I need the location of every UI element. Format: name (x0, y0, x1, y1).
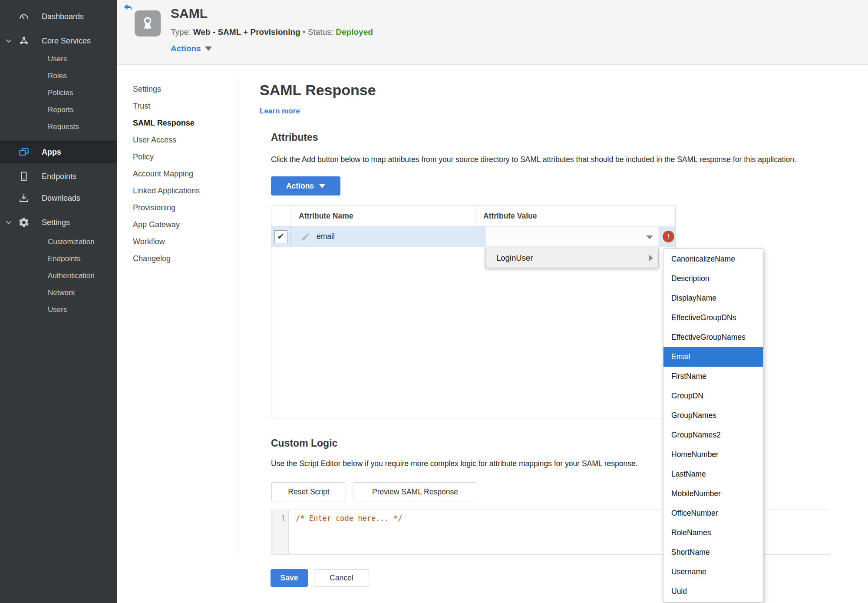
submenu-item-homenumber[interactable]: HomeNumber (663, 445, 763, 464)
sidebar-item-label: Downloads (42, 194, 80, 203)
saml-app-icon (135, 10, 161, 36)
sidebar-item-reports[interactable]: Reports (0, 101, 117, 118)
submenu-arrow-icon (649, 255, 653, 262)
sidebar-item-requests[interactable]: Requests (0, 118, 117, 135)
column-header-attribute-name: Attribute Name (291, 212, 475, 221)
row-checkbox-cell: ✔ (271, 226, 290, 247)
chevron-down-icon (205, 46, 212, 51)
submenu-item-effectivegroupnames[interactable]: EffectiveGroupNames (663, 328, 763, 347)
attribute-value-dropdown[interactable] (486, 226, 659, 247)
tab-account-mapping[interactable]: Account Mapping (133, 166, 200, 182)
sidebar-item-customization[interactable]: Customization (0, 233, 117, 250)
sidebar-item-core-services[interactable]: Core Services (0, 31, 117, 50)
submenu-item-officenumber[interactable]: OfficeNumber (663, 504, 763, 523)
sidebar: Dashboards Core Services Users Roles Pol… (0, 0, 117, 603)
check-icon: ✔ (277, 232, 284, 242)
tab-settings[interactable]: Settings (133, 81, 200, 98)
sidebar-item-downloads[interactable]: Downloads (0, 187, 117, 209)
checkbox-column-header (271, 206, 291, 226)
tab-linked-applications[interactable]: Linked Applications (133, 182, 200, 199)
tab-policy[interactable]: Policy (133, 149, 200, 166)
tab-changelog[interactable]: Changelog (133, 250, 200, 267)
column-header-attribute-value: Attribute Value (475, 206, 675, 226)
submenu-item-shortname[interactable]: ShortName (663, 543, 763, 562)
submenu-item-groupnames[interactable]: GroupNames (663, 406, 763, 425)
content-divider (238, 77, 238, 555)
reset-script-button[interactable]: Reset Script (271, 482, 346, 501)
dashboard-icon (18, 11, 30, 22)
chevron-down-icon (319, 184, 325, 188)
custom-logic-heading: Custom Logic (271, 437, 337, 449)
chevron-down-icon (646, 235, 653, 239)
header-actions-menu[interactable]: Actions (171, 44, 212, 53)
submenu-item-effectivegroupdns[interactable]: EffectiveGroupDNs (663, 308, 763, 328)
submenu-item-displayname[interactable]: DisplayName (663, 288, 763, 308)
menu-label: LoginUser (486, 253, 533, 263)
actions-button-label: Actions (286, 182, 314, 191)
gear-icon (18, 217, 30, 228)
sidebar-item-users-settings[interactable]: Users (0, 301, 117, 318)
exclamation-glyph: ! (667, 232, 670, 241)
sidebar-item-endpoints[interactable]: Endpoints (0, 166, 117, 187)
submenu-item-uuid[interactable]: Uuid (663, 582, 763, 601)
learn-more-link[interactable]: Learn more (260, 107, 300, 116)
sidebar-item-label: Apps (42, 148, 61, 157)
app-window: Dashboards Core Services Users Roles Pol… (0, 0, 868, 603)
sidebar-item-dashboards[interactable]: Dashboards (0, 7, 117, 26)
page-title: SAML (171, 6, 208, 21)
tab-saml-response[interactable]: SAML Response (133, 115, 200, 132)
attributes-heading: Attributes (271, 132, 318, 143)
tab-app-gateway[interactable]: App Gateway (133, 216, 200, 233)
sidebar-item-network[interactable]: Network (0, 284, 117, 301)
submenu-item-username[interactable]: Username (663, 562, 763, 582)
actions-label: Actions (171, 44, 201, 53)
sidebar-item-settings[interactable]: Settings (0, 212, 117, 233)
loginuser-menu-item[interactable]: LoginUser (485, 248, 659, 268)
attribute-value-cell: ! (486, 226, 676, 247)
app-header: SAML Type: Web - SAML + Provisioning • S… (117, 0, 868, 65)
attributes-description: Click the Add button below to map attrib… (271, 155, 796, 164)
sidebar-item-label: Core Services (42, 36, 91, 46)
chevron-down-icon[interactable] (5, 219, 12, 226)
submenu-item-lastname[interactable]: LastName (663, 464, 763, 484)
sidebar-item-authentication[interactable]: Authentication (0, 267, 117, 284)
attributes-actions-button[interactable]: Actions (271, 176, 340, 195)
submenu-item-firstname[interactable]: FirstName (663, 367, 763, 386)
sidebar-item-users[interactable]: Users (0, 50, 117, 67)
row-checkbox[interactable]: ✔ (274, 230, 287, 243)
sidebar-item-policies[interactable]: Policies (0, 84, 117, 101)
preview-saml-response-button[interactable]: Preview SAML Response (353, 482, 477, 501)
submenu-item-description[interactable]: Description (663, 269, 763, 288)
tab-user-access[interactable]: User Access (133, 132, 200, 149)
attribute-submenu: CanonicalizeName Description DisplayName… (663, 248, 763, 602)
tab-provisioning[interactable]: Provisioning (133, 199, 200, 216)
cancel-button[interactable]: Cancel (314, 569, 369, 587)
submenu-item-canonicalizename[interactable]: CanonicalizeName (663, 249, 763, 269)
sidebar-item-endpoints-settings[interactable]: Endpoints (0, 250, 117, 267)
submenu-item-mobilenumber[interactable]: MobileNumber (663, 484, 763, 504)
save-button[interactable]: Save (271, 569, 308, 587)
table-row[interactable]: ✔ email ! (271, 226, 675, 247)
type-label: Type: (171, 27, 191, 36)
endpoint-device-icon (18, 171, 30, 182)
sidebar-item-apps[interactable]: Apps (0, 141, 117, 163)
submenu-item-groupdn[interactable]: GroupDN (663, 386, 763, 406)
sidebar-item-label: Dashboards (42, 12, 84, 21)
core-services-icon (18, 35, 30, 46)
chevron-down-icon[interactable] (5, 37, 12, 44)
attribute-name-value: email (317, 232, 335, 241)
sidebar-item-label: Endpoints (42, 172, 76, 181)
edit-pencil-icon[interactable] (301, 232, 310, 242)
tab-trust[interactable]: Trust (133, 98, 200, 115)
section-title: SAML Response (260, 82, 376, 99)
tab-workflow[interactable]: Workflow (133, 233, 200, 250)
sidebar-item-label: Settings (42, 218, 70, 227)
download-icon (18, 192, 30, 204)
sidebar-item-roles[interactable]: Roles (0, 67, 117, 84)
submenu-item-groupnames2[interactable]: GroupNames2 (663, 425, 763, 445)
validation-error-icon: ! (663, 231, 674, 242)
status-badge: Deployed (336, 27, 373, 36)
submenu-item-rolenames[interactable]: RoleNames (663, 523, 763, 543)
back-arrow-icon[interactable] (123, 2, 133, 13)
submenu-item-email[interactable]: Email (663, 347, 763, 367)
